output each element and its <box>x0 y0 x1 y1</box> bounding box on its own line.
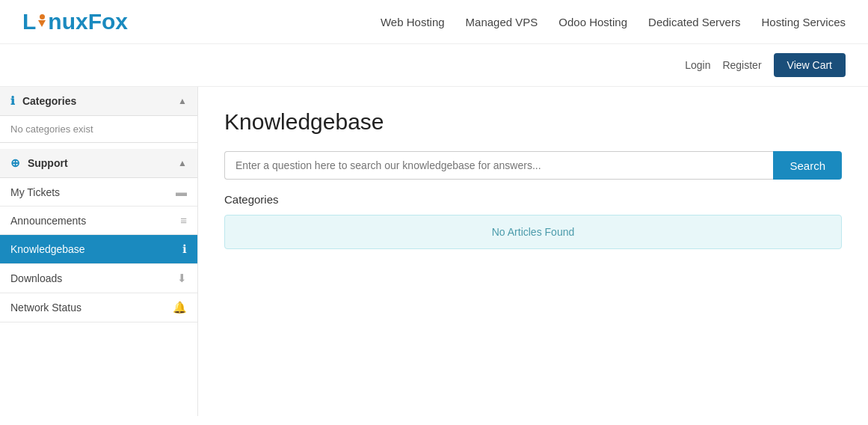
search-input[interactable] <box>224 151 773 180</box>
network-status-label: Network Status <box>10 302 81 314</box>
network-status-icon: 🔔 <box>173 301 187 314</box>
top-nav: L nuxFox Web Hosting Managed VPS Odoo Ho… <box>0 0 868 44</box>
logo-person-icon <box>38 14 46 27</box>
content-area: Knowledgebase Search Categories No Artic… <box>198 87 868 416</box>
downloads-icon: ⬇ <box>177 272 187 285</box>
logo[interactable]: L nuxFox <box>22 9 128 34</box>
logo-text-rest: nuxFox <box>48 9 128 34</box>
logo-letter-l: L <box>22 9 36 34</box>
support-chevron-icon: ▲ <box>178 158 187 168</box>
tickets-icon: ▬ <box>176 186 187 198</box>
categories-chevron-icon: ▲ <box>178 96 187 106</box>
sidebar-categories-header[interactable]: ℹ Categories ▲ <box>0 87 197 116</box>
sidebar-item-network-status[interactable]: Network Status 🔔 <box>0 293 197 322</box>
sidebar-item-my-tickets[interactable]: My Tickets ▬ <box>0 178 197 207</box>
sidebar-item-downloads[interactable]: Downloads ⬇ <box>0 264 197 293</box>
view-cart-button[interactable]: View Cart <box>774 53 846 77</box>
nav-web-hosting[interactable]: Web Hosting <box>381 16 445 28</box>
announcements-icon: ≡ <box>180 214 187 227</box>
search-row: Search <box>224 151 842 180</box>
nav-managed-vps[interactable]: Managed VPS <box>466 16 538 28</box>
login-link[interactable]: Login <box>685 59 710 71</box>
sidebar-support-header[interactable]: ⊕ Support ▲ <box>0 149 197 178</box>
nav-odoo-hosting[interactable]: Odoo Hosting <box>558 16 627 28</box>
announcements-label: Announcements <box>10 215 86 227</box>
no-articles-found: No Articles Found <box>224 215 842 249</box>
sidebar-item-knowledgebase[interactable]: Knowledgebase ℹ <box>0 235 197 264</box>
sidebar-categories-label: Categories <box>22 95 76 107</box>
nav-links: Web Hosting Managed VPS Odoo Hosting Ded… <box>381 16 846 28</box>
downloads-label: Downloads <box>10 272 62 284</box>
info-icon: ℹ <box>10 94 15 107</box>
page-title: Knowledgebase <box>224 109 842 135</box>
no-categories-text: No categories exist <box>0 116 197 143</box>
header-bar: Login Register View Cart <box>0 44 868 87</box>
globe-icon: ⊕ <box>10 156 20 169</box>
nav-dedicated-servers[interactable]: Dedicated Servers <box>648 16 740 28</box>
my-tickets-label: My Tickets <box>10 186 60 198</box>
knowledgebase-icon: ℹ <box>182 242 187 256</box>
nav-hosting-services[interactable]: Hosting Services <box>761 16 846 28</box>
sidebar-support-label: Support <box>28 157 68 169</box>
knowledgebase-label: Knowledgebase <box>10 243 85 255</box>
register-link[interactable]: Register <box>722 59 761 71</box>
main-layout: ℹ Categories ▲ No categories exist ⊕ Sup… <box>0 87 868 416</box>
search-button[interactable]: Search <box>773 151 842 180</box>
categories-heading: Categories <box>224 193 842 206</box>
sidebar-item-announcements[interactable]: Announcements ≡ <box>0 207 197 235</box>
sidebar: ℹ Categories ▲ No categories exist ⊕ Sup… <box>0 87 198 416</box>
